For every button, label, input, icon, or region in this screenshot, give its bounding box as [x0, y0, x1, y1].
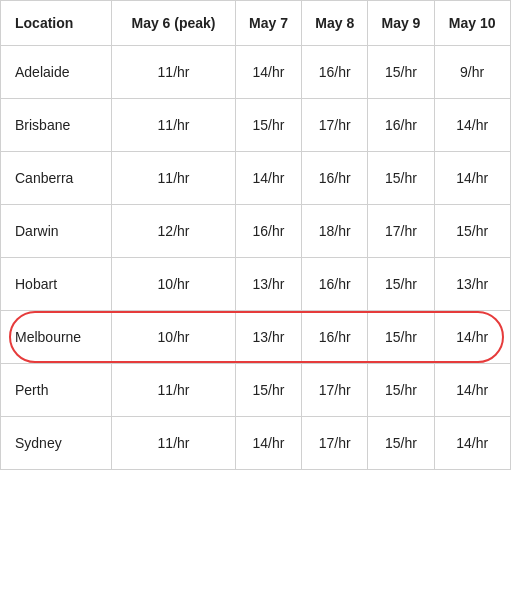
cell-rate: 15/hr — [368, 258, 434, 311]
cell-rate: 14/hr — [235, 152, 301, 205]
table-row: Darwin12/hr16/hr18/hr17/hr15/hr — [1, 205, 512, 258]
cell-rate: 11/hr — [112, 364, 236, 417]
cell-location: Hobart — [1, 258, 112, 311]
table-row: Adelaide11/hr14/hr16/hr15/hr9/hr — [1, 46, 512, 99]
cell-rate: 17/hr — [302, 364, 368, 417]
cell-rate: 14/hr — [235, 46, 301, 99]
cell-rate: 15/hr — [235, 364, 301, 417]
table-row: Canberra11/hr14/hr16/hr15/hr14/hr — [1, 152, 512, 205]
cell-rate: 14/hr — [434, 364, 510, 417]
col-header-may7: May 7 — [235, 1, 301, 46]
cell-rate: 10/hr — [112, 258, 236, 311]
cell-rate: 14/hr — [434, 417, 510, 470]
cell-location: Darwin — [1, 205, 112, 258]
cell-rate: 11/hr — [112, 152, 236, 205]
cell-rate: 17/hr — [302, 99, 368, 152]
table-row: Melbourne10/hr13/hr16/hr15/hr14/hr — [1, 311, 512, 364]
cell-rate: 18/hr — [302, 205, 368, 258]
col-header-may8: May 8 — [302, 1, 368, 46]
cell-location: Adelaide — [1, 46, 112, 99]
cell-location: Melbourne — [1, 311, 112, 364]
cell-location: Sydney — [1, 417, 112, 470]
col-header-location: Location — [1, 1, 112, 46]
cell-rate: 11/hr — [112, 99, 236, 152]
cell-rate: 15/hr — [434, 205, 510, 258]
cell-rate: 13/hr — [434, 258, 510, 311]
cell-rate: 16/hr — [302, 311, 368, 364]
cell-rate: 16/hr — [302, 258, 368, 311]
cell-rate: 14/hr — [434, 99, 510, 152]
table-row: Sydney11/hr14/hr17/hr15/hr14/hr — [1, 417, 512, 470]
cell-rate: 13/hr — [235, 311, 301, 364]
cell-rate: 10/hr — [112, 311, 236, 364]
col-header-may10: May 10 — [434, 1, 510, 46]
cell-rate: 9/hr — [434, 46, 510, 99]
cell-rate: 15/hr — [235, 99, 301, 152]
cell-rate: 14/hr — [235, 417, 301, 470]
cell-rate: 11/hr — [112, 417, 236, 470]
cell-rate: 15/hr — [368, 46, 434, 99]
cell-location: Canberra — [1, 152, 112, 205]
cell-rate: 15/hr — [368, 417, 434, 470]
cell-rate: 11/hr — [112, 46, 236, 99]
cell-rate: 16/hr — [302, 152, 368, 205]
cell-rate: 16/hr — [302, 46, 368, 99]
cell-rate: 17/hr — [368, 205, 434, 258]
cell-rate: 17/hr — [302, 417, 368, 470]
table-header-row: Location May 6 (peak) May 7 May 8 May 9 … — [1, 1, 512, 46]
table-row: Perth11/hr15/hr17/hr15/hr14/hr — [1, 364, 512, 417]
cell-rate: 13/hr — [235, 258, 301, 311]
table-row: Brisbane11/hr15/hr17/hr16/hr14/hr — [1, 99, 512, 152]
cell-rate: 14/hr — [434, 152, 510, 205]
cell-rate: 15/hr — [368, 152, 434, 205]
data-table-wrapper: Location May 6 (peak) May 7 May 8 May 9 … — [0, 0, 512, 470]
col-header-may9: May 9 — [368, 1, 434, 46]
col-header-may6: May 6 (peak) — [112, 1, 236, 46]
rates-table: Location May 6 (peak) May 7 May 8 May 9 … — [0, 0, 512, 470]
cell-rate: 12/hr — [112, 205, 236, 258]
cell-rate: 15/hr — [368, 311, 434, 364]
cell-rate: 16/hr — [368, 99, 434, 152]
table-row: Hobart10/hr13/hr16/hr15/hr13/hr — [1, 258, 512, 311]
cell-rate: 14/hr — [434, 311, 510, 364]
cell-rate: 16/hr — [235, 205, 301, 258]
cell-location: Brisbane — [1, 99, 112, 152]
cell-location: Perth — [1, 364, 112, 417]
cell-rate: 15/hr — [368, 364, 434, 417]
